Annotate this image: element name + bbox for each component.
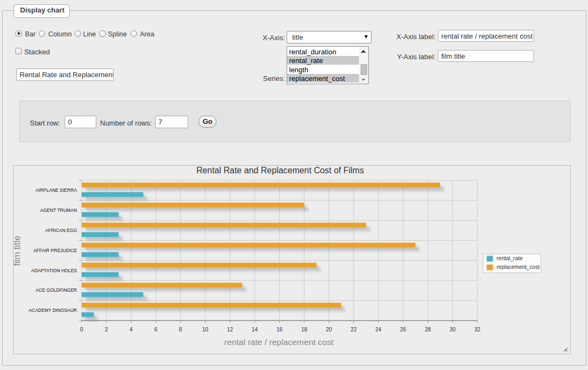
svg-text:16: 16 [276, 327, 283, 333]
svg-text:18: 18 [301, 327, 308, 333]
svg-text:film title: film title [14, 236, 22, 266]
svg-text:10: 10 [202, 327, 209, 333]
svg-text:32: 32 [474, 327, 481, 333]
svg-text:20: 20 [326, 327, 332, 333]
svg-text:AIRPLANE SIERRA: AIRPLANE SIERRA [35, 187, 77, 193]
svg-text:ADAPTATION HOLES: ADAPTATION HOLES [31, 268, 77, 273]
svg-text:replacement_cost: replacement_cost [497, 264, 540, 270]
svg-text:24: 24 [375, 327, 382, 333]
svg-text:4: 4 [129, 327, 133, 333]
svg-text:AFRICAN EGG: AFRICAN EGG [45, 228, 77, 233]
svg-text:8: 8 [179, 327, 182, 333]
svg-text:rental rate / replacement cost: rental rate / replacement cost [224, 337, 333, 347]
svg-text:28: 28 [425, 327, 431, 333]
svg-text:AGENT TRUMAN: AGENT TRUMAN [40, 208, 77, 213]
svg-text:AFFAIR PREJUDICE: AFFAIR PREJUDICE [33, 248, 77, 253]
svg-text:0: 0 [80, 327, 83, 333]
svg-text:rental_rate: rental_rate [497, 255, 523, 261]
svg-text:ACADEMY DINOSAUR: ACADEMY DINOSAUR [28, 308, 77, 313]
svg-text:Rental Rate and Replacement Co: Rental Rate and Replacement Cost of Film… [196, 166, 364, 175]
svg-text:14: 14 [252, 327, 258, 333]
svg-text:2: 2 [105, 327, 108, 333]
svg-text:30: 30 [449, 327, 456, 333]
svg-text:12: 12 [227, 327, 233, 333]
svg-text:22: 22 [351, 327, 357, 333]
svg-text:ACE GOLDFINGER: ACE GOLDFINGER [35, 287, 77, 293]
svg-text:26: 26 [400, 327, 407, 333]
svg-text:6: 6 [154, 327, 158, 333]
